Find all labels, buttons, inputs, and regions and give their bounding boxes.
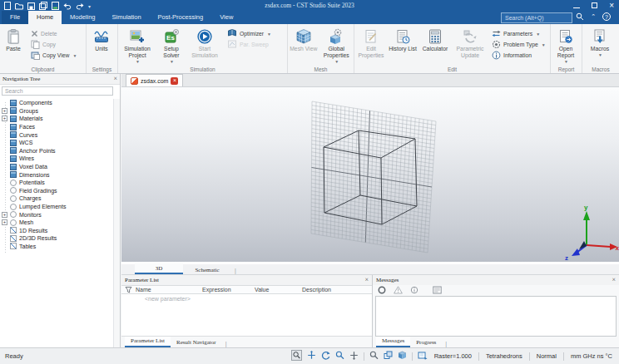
expand-icon[interactable]: + <box>2 116 7 121</box>
tree-item-dimensions[interactable]: Dimensions <box>0 170 113 179</box>
tree-search-input[interactable]: Search <box>2 86 113 96</box>
new-parameter-row[interactable]: <new parameter> <box>145 296 191 302</box>
status-units[interactable]: mm GHz ns °C <box>569 352 614 360</box>
messages-body[interactable] <box>375 296 617 337</box>
messages-tab-messages[interactable]: Messages <box>376 337 410 347</box>
warnings-filter-icon[interactable] <box>394 286 403 295</box>
macros-button[interactable]: Macros ▼ <box>582 26 617 66</box>
collapse-ribbon-icon[interactable]: ⌃ <box>591 13 596 20</box>
tree-item-mesh[interactable]: +Mesh <box>0 219 113 227</box>
par-sweep-button[interactable]: Par. Sweep <box>223 39 285 50</box>
close-button[interactable]: × <box>609 2 614 10</box>
messages-tab-progress[interactable]: Progress <box>410 338 442 347</box>
tree-item-wcs[interactable]: WCS <box>0 139 113 147</box>
tree-item-anchor-points[interactable]: Anchor Points <box>0 147 113 155</box>
close-icon[interactable]: × <box>364 277 369 283</box>
undo-icon[interactable] <box>63 2 72 10</box>
ribbon-tab-modeling[interactable]: Modeling <box>62 11 103 24</box>
parameter-table-body[interactable]: <new parameter> <box>121 294 372 337</box>
view-tab-schematic[interactable]: Schematic <box>183 265 231 274</box>
search-icon[interactable] <box>576 12 584 22</box>
expand-icon[interactable]: + <box>2 219 7 225</box>
tree-item-wires[interactable]: Wires <box>0 155 113 163</box>
tree-item-lumped-elements[interactable]: Lumped Elements <box>0 203 113 211</box>
ribbon-tab-post-processing[interactable]: Post-Processing <box>150 11 212 24</box>
tree-item-components[interactable]: Components <box>0 99 113 107</box>
problem-type-button[interactable]: Problem Type ▼ <box>488 39 547 50</box>
log-view-icon[interactable] <box>433 286 442 295</box>
tree-item-2d-3d-results[interactable]: 2D/3D Results <box>0 234 113 243</box>
global-properties-button[interactable]: Global Properties ▼ <box>319 26 354 66</box>
history-list-button[interactable]: History List <box>388 26 418 66</box>
save-icon[interactable] <box>27 2 35 10</box>
information-button[interactable]: Information <box>488 50 547 61</box>
ribbon-tab-view[interactable]: View <box>211 11 241 24</box>
optimizer-button[interactable]: Optimizer ▼ <box>223 28 285 39</box>
column-header-expression[interactable]: Expression <box>202 287 255 293</box>
open-icon[interactable] <box>15 2 23 10</box>
edit-properties-button[interactable]: Edit Properties <box>354 26 388 66</box>
move-icon[interactable] <box>307 351 316 362</box>
rotate-icon[interactable] <box>321 351 330 362</box>
tree-item-curves[interactable]: Curves <box>0 130 113 139</box>
ribbon-tab-home[interactable]: Home <box>28 11 62 24</box>
close-icon[interactable]: × <box>612 277 616 283</box>
tree-item-materials[interactable]: +Materials <box>0 115 113 123</box>
ribbon-search-input[interactable]: Search (Alt+Q) <box>501 12 572 23</box>
save-all-icon[interactable] <box>39 2 47 10</box>
ribbon-tab-simulation[interactable]: Simulation <box>104 11 150 24</box>
tree-scrollbar[interactable] <box>113 99 120 347</box>
simulation-project-button[interactable]: Simulation Project ▼ <box>118 26 156 66</box>
axis-gizmo[interactable]: yxz <box>565 204 619 262</box>
parameter-tab-result-navigator[interactable]: Result Navigator <box>171 338 222 347</box>
tree-item-tables[interactable]: Tables <box>0 243 113 251</box>
raster-icon[interactable] <box>418 351 428 362</box>
status-raster[interactable]: Raster=1.000 <box>433 352 473 360</box>
setup-solver-button[interactable]: Es Setup Solver ▼ <box>156 26 186 66</box>
new-file-icon[interactable] <box>4 2 11 10</box>
zoom-window-icon[interactable] <box>291 350 302 362</box>
viewport-3d[interactable]: yxz <box>121 87 619 262</box>
qat-customize-icon[interactable]: ▾ <box>88 3 91 9</box>
tree-item-monitors[interactable]: +Monitors <box>0 210 113 219</box>
import-icon[interactable] <box>52 2 59 10</box>
copy-view-button[interactable]: Copy View ▼ <box>27 50 85 61</box>
start-simulation-button[interactable]: Start Simulation <box>186 26 223 66</box>
expand-icon[interactable]: + <box>2 108 7 114</box>
information-filter-icon[interactable] <box>410 286 418 295</box>
status-view-mode[interactable]: Normal <box>535 352 558 360</box>
tree-item-charges[interactable]: Charges <box>0 194 113 203</box>
layers-icon[interactable] <box>384 351 393 362</box>
minimize-button[interactable] <box>573 7 580 8</box>
calculator-button[interactable]: Calculator <box>418 26 453 66</box>
zoom-icon[interactable] <box>335 351 344 362</box>
expand-icon[interactable]: + <box>2 212 7 218</box>
paste-button[interactable]: Paste <box>0 26 27 66</box>
close-icon[interactable]: × <box>113 76 117 82</box>
close-icon[interactable]: × <box>171 77 178 85</box>
copy-button[interactable]: Copy <box>27 39 85 50</box>
tree-item-faces[interactable]: Faces <box>0 123 113 131</box>
document-tab[interactable]: zsdax.com × <box>126 74 183 86</box>
units-button[interactable]: Units <box>87 26 116 66</box>
column-header-name[interactable]: Name <box>136 287 202 293</box>
filter-icon[interactable] <box>121 286 136 294</box>
status-mesh-type[interactable]: Tetrahedrons <box>484 352 524 360</box>
column-header-description[interactable]: Description <box>302 287 377 293</box>
tree-item-groups[interactable]: +Groups <box>0 107 113 116</box>
mesh-view-button[interactable]: Mesh View <box>288 26 319 66</box>
pan-icon[interactable] <box>349 351 359 362</box>
parametric-update-button[interactable]: Parametric Update <box>453 26 488 66</box>
open-report-button[interactable]: Open Report ▼ <box>551 26 581 66</box>
tree-item-voxel-data[interactable]: Voxel Data <box>0 163 113 171</box>
tree-item-potentials[interactable]: Potentials <box>0 179 113 187</box>
mesh-cells-icon[interactable] <box>398 351 407 362</box>
redo-icon[interactable] <box>76 2 84 10</box>
magnifier-icon[interactable] <box>369 351 379 362</box>
tree-item-1d-results[interactable]: 1D Results <box>0 227 113 235</box>
parameter-tab-parameter-list[interactable]: Parameter List <box>125 337 171 347</box>
tree-item-field-gradings[interactable]: Field Gradings <box>0 187 113 195</box>
column-header-value[interactable]: Value <box>255 287 302 293</box>
ribbon-tab-file[interactable]: File <box>2 11 28 24</box>
parameters-button[interactable]: Parameters ▼ <box>488 28 547 39</box>
